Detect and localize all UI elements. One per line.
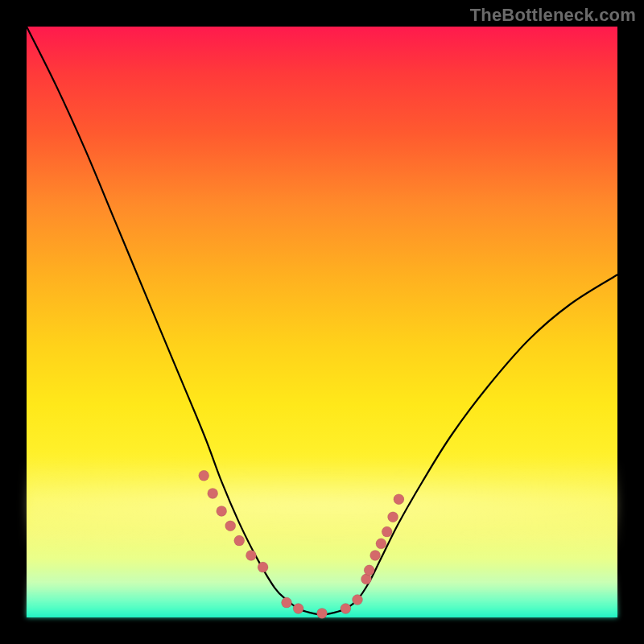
highlight-dot [353,595,363,605]
highlight-dot [199,470,209,481]
highlight-dot [246,550,256,560]
highlight-dot [317,608,328,618]
highlight-dot [394,494,404,505]
curve-layer [27,27,617,617]
highlight-dot [208,488,218,498]
highlight-dots [199,470,404,618]
highlight-dot [234,535,245,546]
highlight-dot [225,521,236,531]
highlight-dot [388,512,398,522]
highlight-dot [364,565,374,576]
highlight-dot [258,562,268,572]
highlight-dot [376,539,386,549]
highlight-dot [382,526,392,537]
highlight-dot [370,550,381,560]
highlight-dot [282,597,292,608]
highlight-dot [341,604,351,614]
watermark-text: TheBottleneck.com [470,5,636,26]
highlight-dot [293,604,303,614]
plot-area [27,27,617,617]
chart-container: { "watermark": "TheBottleneck.com", "col… [0,0,644,644]
bottleneck-curve [27,27,617,614]
highlight-dot [217,506,227,516]
